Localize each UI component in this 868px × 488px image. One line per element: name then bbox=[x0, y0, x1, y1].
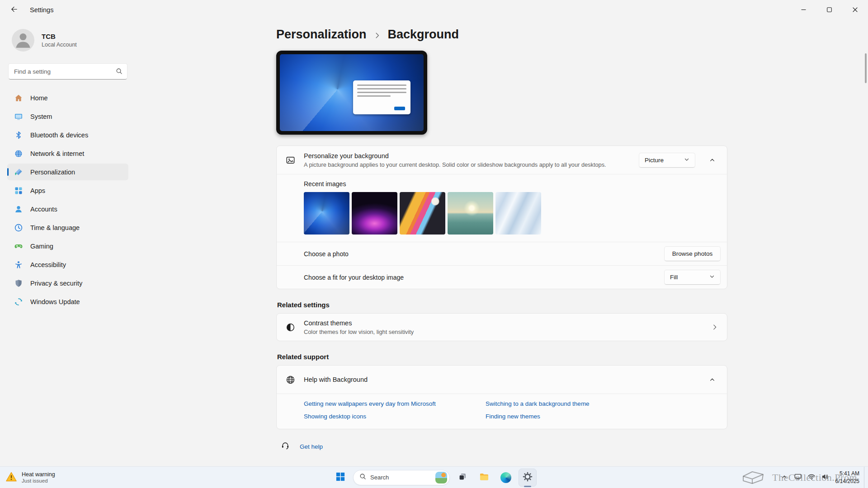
personalize-background-card: Personalize your background A picture ba… bbox=[276, 145, 727, 289]
sidebar-item-gaming[interactable]: Gaming bbox=[7, 238, 128, 254]
apps-icon bbox=[14, 186, 23, 195]
preview-accent-button bbox=[394, 107, 405, 110]
sidebar-item-label: Time & language bbox=[30, 224, 80, 231]
chevron-up-icon[interactable] bbox=[703, 151, 721, 169]
fit-dropdown[interactable]: Fill bbox=[664, 270, 721, 285]
recent-images-label: Recent images bbox=[304, 180, 719, 188]
back-button[interactable] bbox=[5, 2, 24, 18]
show-desktop-button[interactable] bbox=[864, 467, 866, 488]
help-link-new-themes[interactable]: Finding new themes bbox=[486, 413, 540, 420]
avatar bbox=[12, 29, 34, 52]
account-block[interactable]: TCB Local Account bbox=[12, 29, 128, 52]
recent-image-windows-bloom[interactable] bbox=[304, 192, 349, 235]
sidebar-item-privacy-security[interactable]: Privacy & security bbox=[7, 275, 128, 291]
settings-search bbox=[8, 63, 127, 80]
person-icon bbox=[12, 29, 34, 52]
sidebar-item-label: Home bbox=[30, 94, 48, 102]
taskbar-search[interactable]: Search bbox=[353, 470, 450, 485]
recent-image-blue-fabric[interactable] bbox=[495, 192, 541, 235]
get-help-link[interactable]: Get help bbox=[300, 443, 323, 450]
help-link-new-wallpapers[interactable]: Getting new wallpapers every day from Mi… bbox=[304, 400, 436, 407]
window-title: Settings bbox=[30, 6, 53, 14]
sidebar-item-accounts[interactable]: Accounts bbox=[7, 201, 128, 217]
minimize-button[interactable] bbox=[791, 0, 816, 20]
heat-warning-icon bbox=[5, 471, 17, 484]
sidebar-item-accessibility[interactable]: Accessibility bbox=[7, 256, 128, 273]
clock-date: 6/14/2025 bbox=[835, 478, 859, 485]
weather-widget[interactable]: Heat warning Just issued bbox=[0, 467, 61, 488]
recent-images-section: Recent images bbox=[277, 174, 727, 242]
contrast-themes-description: Color themes for low vision, light sensi… bbox=[304, 328, 703, 335]
background-preview bbox=[276, 51, 427, 135]
recent-image-colorful-ribbon[interactable] bbox=[400, 192, 445, 235]
back-arrow-icon bbox=[11, 6, 18, 14]
help-card-header[interactable]: Help with Background bbox=[277, 366, 727, 394]
caption-buttons bbox=[791, 0, 868, 20]
scrollbar[interactable] bbox=[865, 53, 867, 83]
sidebar-item-apps[interactable]: Apps bbox=[7, 182, 128, 199]
sidebar-item-bluetooth-devices[interactable]: Bluetooth & devices bbox=[7, 127, 128, 143]
sidebar-item-home[interactable]: Home bbox=[7, 89, 128, 106]
search-input[interactable] bbox=[8, 63, 127, 80]
chevron-down-icon bbox=[684, 157, 689, 164]
sidebar-item-network-internet[interactable]: Network & internet bbox=[7, 145, 128, 162]
help-link-dark-theme[interactable]: Switching to a dark background theme bbox=[486, 400, 590, 407]
taskbar-search-label: Search bbox=[370, 474, 431, 481]
recent-image-sunrise-water[interactable] bbox=[448, 192, 493, 235]
related-support-heading: Related support bbox=[277, 353, 727, 361]
titlebar: Settings bbox=[0, 0, 868, 20]
accounts-icon bbox=[14, 204, 23, 214]
sidebar: TCB Local Account Home System Bluetooth … bbox=[0, 20, 136, 466]
sidebar-item-system[interactable]: System bbox=[7, 108, 128, 125]
privacy-icon bbox=[14, 278, 23, 288]
related-settings-heading: Related settings bbox=[277, 301, 727, 309]
settings-window: Settings TCB Local Account bbox=[0, 0, 868, 488]
browse-photos-button[interactable]: Browse photos bbox=[664, 246, 721, 261]
choose-fit-label: Choose a fit for your desktop image bbox=[304, 274, 664, 281]
recent-images-list bbox=[304, 192, 719, 235]
taskbar-clock[interactable]: 5:41 AM 6/14/2025 bbox=[832, 470, 864, 484]
contrast-themes-card[interactable]: Contrast themes Color themes for low vis… bbox=[276, 313, 727, 341]
bluetooth-icon bbox=[14, 130, 23, 140]
browse-photos-label: Browse photos bbox=[672, 250, 712, 257]
hidden-icons-button[interactable] bbox=[778, 469, 791, 487]
system-tray: 5:41 AM 6/14/2025 bbox=[778, 467, 868, 488]
settings-taskbar-button[interactable] bbox=[519, 469, 537, 487]
display-tray-button[interactable] bbox=[791, 469, 805, 487]
sidebar-item-personalization[interactable]: Personalization bbox=[7, 164, 128, 180]
background-type-value: Picture bbox=[645, 157, 664, 164]
breadcrumb-personalization[interactable]: Personalization bbox=[276, 28, 367, 42]
choose-fit-row: Choose a fit for your desktop image Fill bbox=[277, 265, 727, 289]
sidebar-item-label: Windows Update bbox=[30, 298, 80, 305]
file-explorer-button[interactable] bbox=[475, 469, 493, 487]
edge-button[interactable] bbox=[497, 469, 515, 487]
sidebar-item-label: Privacy & security bbox=[30, 280, 82, 287]
chevron-right-icon bbox=[712, 324, 720, 330]
volume-tray-button[interactable] bbox=[818, 469, 832, 487]
close-button[interactable] bbox=[842, 0, 868, 20]
task-view-button[interactable] bbox=[453, 469, 472, 487]
fit-value: Fill bbox=[670, 274, 678, 281]
chevron-up-icon[interactable] bbox=[703, 371, 721, 388]
home-icon bbox=[14, 93, 23, 103]
file-explorer-icon bbox=[479, 472, 489, 483]
contrast-themes-title: Contrast themes bbox=[304, 319, 703, 327]
sidebar-item-windows-update[interactable]: Windows Update bbox=[7, 293, 128, 310]
choose-photo-row: Choose a photo Browse photos bbox=[277, 242, 727, 265]
start-button[interactable] bbox=[331, 469, 349, 487]
personalization-icon bbox=[14, 167, 23, 177]
help-link-desktop-icons[interactable]: Showing desktop icons bbox=[304, 413, 366, 420]
weather-subtitle: Just issued bbox=[22, 478, 55, 483]
personalize-background-header[interactable]: Personalize your background A picture ba… bbox=[277, 146, 727, 174]
chevron-up-icon bbox=[781, 474, 788, 482]
background-type-dropdown[interactable]: Picture bbox=[639, 153, 695, 168]
sidebar-item-time-language[interactable]: Time & language bbox=[7, 219, 128, 236]
network-tray-button[interactable] bbox=[805, 469, 818, 487]
recent-image-purple-glow[interactable] bbox=[352, 192, 397, 235]
sidebar-item-label: Apps bbox=[30, 187, 45, 194]
system-icon bbox=[14, 112, 23, 121]
sidebar-nav: Home System Bluetooth & devices Network … bbox=[7, 89, 128, 310]
maximize-button[interactable] bbox=[816, 0, 842, 20]
sidebar-item-label: Personalization bbox=[30, 169, 75, 176]
taskbar: Heat warning Just issued Search bbox=[0, 466, 868, 488]
